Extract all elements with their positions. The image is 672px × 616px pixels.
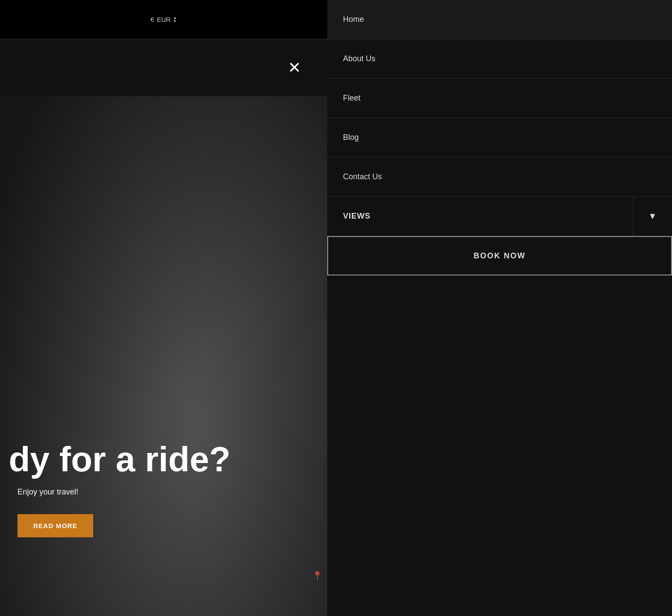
- nav-views-label[interactable]: VIEWS: [327, 212, 633, 221]
- currency-symbol: €: [150, 16, 154, 23]
- nav-sidebar: HomeAbout UsFleetBlogContact Us VIEWS ▼ …: [327, 0, 672, 616]
- hero-section: € EUR ▲ ▼ ✕ dy for a ride? Enjoy your tr…: [0, 0, 327, 616]
- hero-heading: dy for a ride?: [9, 440, 327, 479]
- location-pin-icon: 📍: [312, 571, 323, 581]
- top-bar: € EUR ▲ ▼: [0, 0, 327, 39]
- nav-item-home[interactable]: Home: [327, 0, 672, 39]
- currency-arrows[interactable]: ▲ ▼: [173, 16, 177, 23]
- close-button[interactable]: ✕: [288, 60, 301, 76]
- nav-item-fleet[interactable]: Fleet: [327, 79, 672, 118]
- nav-item-blog[interactable]: Blog: [327, 118, 672, 157]
- read-more-button[interactable]: READ MORE: [18, 514, 93, 537]
- nav-item-about[interactable]: About Us: [327, 39, 672, 79]
- close-area: ✕: [0, 39, 327, 96]
- book-now-button[interactable]: BOOK NOW: [327, 236, 672, 275]
- nav-item-contact[interactable]: Contact Us: [327, 157, 672, 197]
- currency-code: EUR: [157, 16, 171, 23]
- nav-views-arrow[interactable]: ▼: [633, 197, 672, 236]
- hero-content: dy for a ride? Enjoy your travel! READ M…: [0, 440, 327, 537]
- nav-views-row: VIEWS ▼: [327, 197, 672, 236]
- currency-selector[interactable]: € EUR ▲ ▼: [150, 16, 177, 23]
- hero-subtext: Enjoy your travel!: [9, 487, 327, 497]
- arrow-down-icon: ▼: [173, 20, 177, 23]
